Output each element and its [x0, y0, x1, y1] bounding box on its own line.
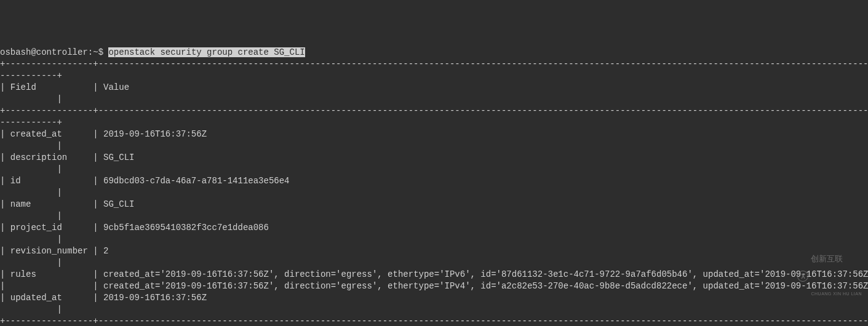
row-field: name: [10, 199, 31, 209]
command-text: openstack security group create SG_CLI: [108, 47, 305, 57]
terminal-output: osbash@controller:~$ openstack security …: [0, 47, 868, 326]
watermark-subtext: CHUANG XIN HU LIAN: [811, 288, 862, 300]
watermark-icon: X: [797, 271, 808, 282]
row-value: 2: [103, 246, 108, 256]
row-value: 2019-09-16T16:37:56Z: [103, 129, 207, 139]
table-border-mid: +-----------------+---------------------…: [0, 106, 868, 116]
header-field: Field: [10, 82, 36, 92]
row-field: created_at: [10, 129, 62, 139]
table-border-top: +-----------------+---------------------…: [0, 59, 868, 69]
row-field: updated_at: [10, 293, 62, 303]
row-field: project_id: [10, 223, 62, 233]
row-value: 69dbcd03-c7da-46a7-a781-1411ea3e56e4: [103, 176, 289, 186]
row-value: SG_CLI: [103, 199, 134, 209]
row-value: 9cb5f1ae3695410382f3cc7e1ddea086: [103, 223, 269, 233]
row-value: created_at='2019-09-16T16:37:56Z', direc…: [103, 281, 868, 291]
prompt-user: osbash@controller: [0, 47, 88, 57]
row-field: id: [10, 176, 21, 186]
prompt-symbol: $: [98, 47, 103, 57]
row-value: created_at='2019-09-16T16:37:56Z', direc…: [103, 269, 868, 279]
header-value: Value: [103, 82, 129, 92]
prompt-line: osbash@controller:~$: [0, 47, 108, 57]
prompt-path: ~: [93, 47, 98, 57]
table-border-wrap: -----------+: [0, 117, 62, 127]
row-field: rules: [10, 269, 36, 279]
table-border-bottom: +-----------------+---------------------…: [0, 316, 868, 326]
row-field: revision_number: [10, 246, 88, 256]
row-field: description: [10, 153, 67, 162]
table-border-wrap: -----------+: [0, 71, 62, 81]
watermark: X 创新互联 CHUANG XIN HU LIAN: [797, 229, 862, 323]
row-value: SG_CLI: [103, 153, 134, 162]
watermark-text: 创新互联: [811, 253, 862, 264]
row-value: 2019-09-16T16:37:56Z: [103, 293, 207, 303]
